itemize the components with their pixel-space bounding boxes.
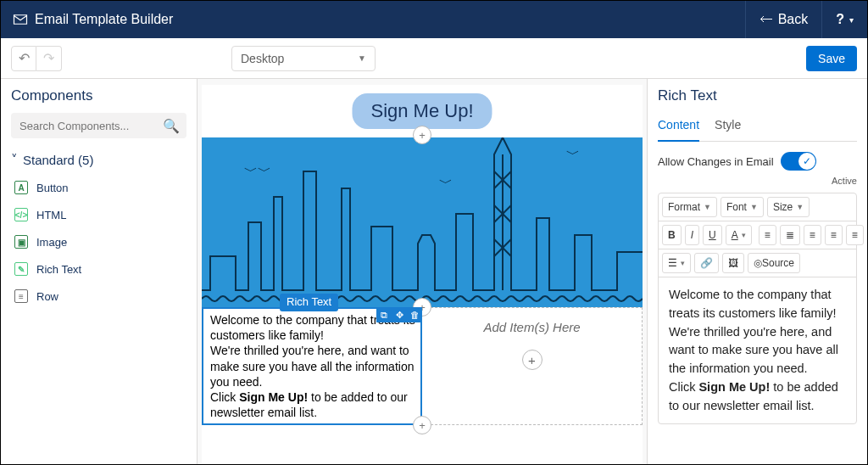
device-dropdown[interactable]: Desktop ▼ [231, 46, 376, 71]
chevron-down-icon: ▼ [750, 203, 758, 211]
numlist-button[interactable]: ≡ [759, 225, 776, 245]
richtext-line: Click Sign Me Up! to be added to our new… [210, 389, 415, 420]
copy-icon[interactable]: ⧉ [376, 307, 392, 322]
mail-icon [13, 12, 28, 27]
toggle-state: Active [658, 176, 857, 186]
bird-icon: ﹀﹀ [244, 163, 271, 181]
format-dropdown[interactable]: Format▼ [662, 197, 717, 217]
source-button[interactable]: ◎ Source [748, 253, 800, 273]
check-icon: ✓ [798, 153, 815, 170]
rte-paragraph: Click Sign Me Up! to be added to our new… [669, 378, 846, 416]
richtext-icon: ✎ [14, 262, 28, 276]
align-right-button[interactable]: ≡ [846, 225, 864, 245]
device-dropdown-label: Desktop [241, 52, 284, 65]
redo-icon: ↷ [43, 50, 54, 66]
save-button[interactable]: Save [806, 46, 857, 71]
image-icon: ▣ [14, 235, 28, 249]
bulletlist-button[interactable]: ≣ [780, 225, 800, 245]
component-item-image[interactable]: ▣Image [11, 228, 186, 255]
bold-button[interactable]: B [662, 225, 682, 245]
redo-button[interactable]: ↷ [36, 46, 62, 71]
component-item-html[interactable]: </>HTML [11, 201, 186, 228]
right-panel-title: Rich Text [658, 87, 857, 104]
chevron-down-icon: ▾ [849, 15, 854, 25]
component-label: Image [36, 236, 67, 249]
component-label: Rich Text [36, 263, 81, 276]
cta-button[interactable]: Sign Me Up! [352, 93, 492, 129]
selection-label: Rich Text [280, 294, 338, 311]
rte-editor[interactable]: Welcome to the company that treats its c… [659, 277, 856, 423]
chevron-down-icon: ▼ [358, 53, 366, 63]
tab-content[interactable]: Content [658, 113, 699, 142]
chevron-down-icon: ˅ [11, 152, 18, 167]
chevron-down-icon: ▼ [796, 203, 804, 211]
insert-above-button[interactable]: + [413, 126, 431, 144]
delete-icon[interactable]: 🗑 [407, 307, 422, 322]
app-title-text: Email Template Builder [35, 12, 173, 27]
bird-icon: ﹀ [566, 146, 580, 164]
size-dropdown[interactable]: Size▼ [767, 197, 810, 217]
dropzone[interactable]: Add Item(s) Here + [422, 307, 643, 425]
back-button[interactable]: 🡐 Back [745, 1, 822, 38]
move-icon[interactable]: ✥ [392, 307, 407, 322]
html-icon: </> [14, 208, 28, 221]
richtext-block[interactable]: Rich Text ⧉ ✥ 🗑 Welcome to the company t… [202, 307, 422, 425]
component-item-button[interactable]: AButton [11, 174, 186, 201]
button-icon: A [14, 181, 28, 194]
textcolor-button[interactable]: A▾ [726, 225, 752, 245]
component-item-row[interactable]: ≡Row [11, 283, 186, 310]
chevron-down-icon: ▼ [704, 203, 711, 211]
search-icon: 🔍 [163, 118, 180, 134]
component-label: Button [36, 182, 69, 194]
component-group-label: Standard (5) [23, 153, 93, 167]
help-icon: ? [836, 12, 844, 27]
font-dropdown[interactable]: Font▼ [721, 197, 764, 217]
italic-button[interactable]: I [685, 225, 699, 245]
insert-below-button[interactable]: + [413, 416, 431, 434]
underline-button[interactable]: U [703, 225, 722, 245]
allow-changes-toggle[interactable]: ✓ [781, 152, 816, 171]
help-button[interactable]: ? ▾ [821, 1, 867, 38]
component-label: Row [36, 290, 58, 303]
skyline-image[interactable]: ﹀﹀ ﹀ ﹀ [202, 137, 643, 307]
back-arrow-icon: 🡐 [760, 12, 773, 27]
search-input[interactable] [11, 113, 186, 138]
align-left-button[interactable]: ≡ [804, 225, 821, 245]
bird-icon: ﹀ [439, 175, 453, 193]
component-group-standard[interactable]: ˅ Standard (5) [11, 152, 186, 167]
undo-button[interactable]: ↶ [11, 46, 36, 71]
undo-icon: ↶ [19, 50, 30, 66]
link-button[interactable]: 🔗 [694, 253, 719, 273]
add-item-button[interactable]: + [522, 350, 542, 370]
back-label: Back [778, 12, 809, 27]
component-label: HTML [36, 209, 66, 221]
components-title: Components [11, 87, 186, 104]
component-item-richtext[interactable]: ✎Rich Text [11, 255, 186, 283]
richtext-line: We're thrilled you're here, and want to … [210, 343, 415, 389]
align-center-button[interactable]: ≡ [825, 225, 843, 245]
tab-style[interactable]: Style [715, 113, 741, 141]
toggle-label: Allow Changes in Email [658, 155, 774, 168]
rte-paragraph: Welcome to the company that treats its c… [669, 286, 846, 378]
indent-button[interactable]: ☰▾ [662, 253, 691, 273]
app-title: Email Template Builder [1, 12, 185, 27]
block-toolbar: ⧉ ✥ 🗑 [376, 307, 422, 322]
image-button[interactable]: 🖼 [722, 253, 744, 273]
row-icon: ≡ [14, 289, 28, 303]
dropzone-label: Add Item(s) Here [483, 320, 580, 334]
